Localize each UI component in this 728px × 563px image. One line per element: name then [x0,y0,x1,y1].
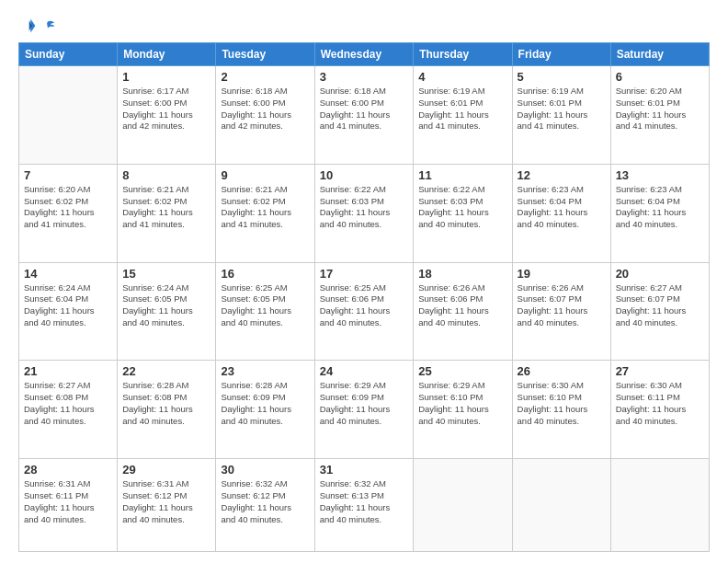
calendar-cell: 26Sunrise: 6:30 AM Sunset: 6:10 PM Dayli… [512,361,610,459]
day-number: 10 [320,168,409,182]
day-info: Sunrise: 6:25 AM Sunset: 6:06 PM Dayligh… [320,282,409,329]
day-number: 1 [122,70,210,84]
calendar-cell: 13Sunrise: 6:23 AM Sunset: 6:04 PM Dayli… [610,164,709,262]
day-number: 15 [122,267,210,281]
day-number: 14 [24,267,112,281]
day-number: 6 [616,70,704,84]
calendar-cell: 16Sunrise: 6:25 AM Sunset: 6:05 PM Dayli… [216,262,314,361]
day-info: Sunrise: 6:28 AM Sunset: 6:08 PM Dayligh… [122,380,210,427]
calendar-cell: 9Sunrise: 6:21 AM Sunset: 6:02 PM Daylig… [216,164,314,262]
day-info: Sunrise: 6:21 AM Sunset: 6:02 PM Dayligh… [122,184,210,231]
day-number: 28 [24,463,112,477]
day-info: Sunrise: 6:22 AM Sunset: 6:03 PM Dayligh… [320,184,409,231]
day-info: Sunrise: 6:28 AM Sunset: 6:09 PM Dayligh… [221,380,309,427]
weekday-header: Thursday [414,43,512,66]
calendar-week-row: 7Sunrise: 6:20 AM Sunset: 6:02 PM Daylig… [19,164,710,262]
day-info: Sunrise: 6:30 AM Sunset: 6:11 PM Dayligh… [616,380,704,427]
page: SundayMondayTuesdayWednesdayThursdayFrid… [0,0,728,563]
day-number: 11 [418,168,506,182]
calendar-cell: 11Sunrise: 6:22 AM Sunset: 6:03 PM Dayli… [414,164,512,262]
calendar-cell: 31Sunrise: 6:32 AM Sunset: 6:13 PM Dayli… [314,459,414,552]
weekday-header: Wednesday [314,43,414,66]
weekday-header: Monday [118,43,216,66]
calendar-cell: 2Sunrise: 6:18 AM Sunset: 6:00 PM Daylig… [216,66,314,165]
day-info: Sunrise: 6:26 AM Sunset: 6:06 PM Dayligh… [418,282,506,329]
day-info: Sunrise: 6:24 AM Sunset: 6:05 PM Dayligh… [122,282,210,329]
day-number: 7 [24,168,112,182]
calendar-table: SundayMondayTuesdayWednesdayThursdayFrid… [18,42,710,552]
day-info: Sunrise: 6:25 AM Sunset: 6:05 PM Dayligh… [221,282,309,329]
calendar-cell [414,459,512,552]
logo-text [39,18,57,33]
calendar-cell: 25Sunrise: 6:29 AM Sunset: 6:10 PM Dayli… [414,361,512,459]
calendar-cell: 3Sunrise: 6:18 AM Sunset: 6:00 PM Daylig… [314,66,414,165]
calendar-cell: 4Sunrise: 6:19 AM Sunset: 6:01 PM Daylig… [414,66,512,165]
day-info: Sunrise: 6:18 AM Sunset: 6:00 PM Dayligh… [320,86,409,132]
day-info: Sunrise: 6:18 AM Sunset: 6:00 PM Dayligh… [221,86,309,132]
day-number: 22 [122,364,210,378]
day-info: Sunrise: 6:27 AM Sunset: 6:07 PM Dayligh… [616,282,704,329]
logo [18,17,57,35]
day-number: 13 [616,168,704,182]
day-number: 8 [122,168,210,182]
day-number: 2 [221,70,309,84]
day-info: Sunrise: 6:29 AM Sunset: 6:10 PM Dayligh… [418,380,506,427]
day-number: 12 [518,168,606,182]
day-info: Sunrise: 6:22 AM Sunset: 6:03 PM Dayligh… [418,184,506,231]
day-number: 16 [221,267,309,281]
calendar-cell: 10Sunrise: 6:22 AM Sunset: 6:03 PM Dayli… [314,164,414,262]
calendar-cell: 22Sunrise: 6:28 AM Sunset: 6:08 PM Dayli… [118,361,216,459]
calendar-cell: 8Sunrise: 6:21 AM Sunset: 6:02 PM Daylig… [118,164,216,262]
calendar-week-row: 14Sunrise: 6:24 AM Sunset: 6:04 PM Dayli… [19,262,710,361]
calendar-cell: 14Sunrise: 6:24 AM Sunset: 6:04 PM Dayli… [19,262,118,361]
calendar-cell: 12Sunrise: 6:23 AM Sunset: 6:04 PM Dayli… [512,164,610,262]
calendar-cell [610,459,709,552]
day-info: Sunrise: 6:19 AM Sunset: 6:01 PM Dayligh… [518,86,606,132]
weekday-header: Tuesday [216,43,314,66]
logo-icon [18,17,37,35]
calendar-cell: 20Sunrise: 6:27 AM Sunset: 6:07 PM Dayli… [610,262,709,361]
day-number: 20 [616,267,704,281]
day-number: 9 [221,168,309,182]
day-info: Sunrise: 6:19 AM Sunset: 6:01 PM Dayligh… [418,86,506,132]
day-number: 21 [24,364,112,378]
calendar-cell: 23Sunrise: 6:28 AM Sunset: 6:09 PM Dayli… [216,361,314,459]
calendar-cell: 18Sunrise: 6:26 AM Sunset: 6:06 PM Dayli… [414,262,512,361]
day-info: Sunrise: 6:23 AM Sunset: 6:04 PM Dayligh… [616,184,704,231]
calendar-cell: 17Sunrise: 6:25 AM Sunset: 6:06 PM Dayli… [314,262,414,361]
calendar-week-row: 28Sunrise: 6:31 AM Sunset: 6:11 PM Dayli… [19,459,710,552]
calendar-cell: 27Sunrise: 6:30 AM Sunset: 6:11 PM Dayli… [610,361,709,459]
day-info: Sunrise: 6:20 AM Sunset: 6:01 PM Dayligh… [616,86,704,132]
calendar-cell: 24Sunrise: 6:29 AM Sunset: 6:09 PM Dayli… [314,361,414,459]
day-number: 24 [320,364,409,378]
day-info: Sunrise: 6:21 AM Sunset: 6:02 PM Dayligh… [221,184,309,231]
day-info: Sunrise: 6:32 AM Sunset: 6:12 PM Dayligh… [221,478,309,525]
calendar-cell: 28Sunrise: 6:31 AM Sunset: 6:11 PM Dayli… [19,459,118,552]
day-info: Sunrise: 6:26 AM Sunset: 6:07 PM Dayligh… [518,282,606,329]
calendar-week-row: 1Sunrise: 6:17 AM Sunset: 6:00 PM Daylig… [19,66,710,165]
header [18,17,710,35]
calendar-cell: 30Sunrise: 6:32 AM Sunset: 6:12 PM Dayli… [216,459,314,552]
weekday-header: Friday [512,43,610,66]
day-info: Sunrise: 6:24 AM Sunset: 6:04 PM Dayligh… [24,282,112,329]
day-number: 17 [320,267,409,281]
calendar-cell [19,66,118,165]
day-number: 27 [616,364,704,378]
day-number: 30 [221,463,309,477]
day-info: Sunrise: 6:20 AM Sunset: 6:02 PM Dayligh… [24,184,112,231]
day-number: 23 [221,364,309,378]
day-number: 31 [320,463,409,477]
day-number: 26 [518,364,606,378]
weekday-header: Sunday [19,43,118,66]
day-info: Sunrise: 6:27 AM Sunset: 6:08 PM Dayligh… [24,380,112,427]
calendar-week-row: 21Sunrise: 6:27 AM Sunset: 6:08 PM Dayli… [19,361,710,459]
day-number: 18 [418,267,506,281]
day-info: Sunrise: 6:31 AM Sunset: 6:11 PM Dayligh… [24,478,112,525]
calendar-cell [512,459,610,552]
day-number: 5 [518,70,606,84]
day-number: 3 [320,70,409,84]
day-info: Sunrise: 6:23 AM Sunset: 6:04 PM Dayligh… [518,184,606,231]
day-number: 4 [418,70,506,84]
day-info: Sunrise: 6:31 AM Sunset: 6:12 PM Dayligh… [122,478,210,525]
calendar-cell: 29Sunrise: 6:31 AM Sunset: 6:12 PM Dayli… [118,459,216,552]
